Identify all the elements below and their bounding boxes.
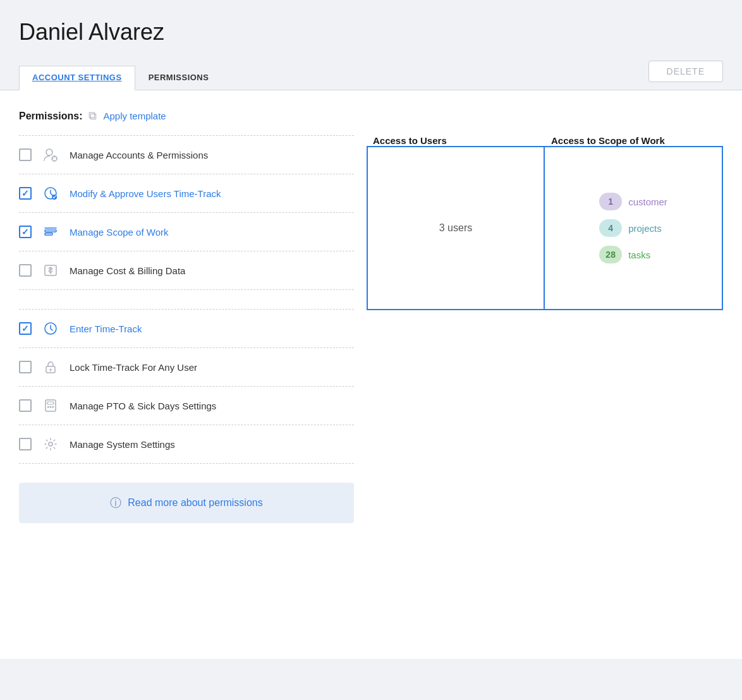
right-column: Access to Users 3 users Access to Scope … (354, 135, 723, 310)
checkbox-manage-system[interactable] (19, 438, 32, 450)
checkbox-manage-pto[interactable] (19, 399, 32, 412)
tab-bar: ACCOUNT SETTINGS PERMISSIONS DELETE (0, 61, 742, 90)
section-gap (19, 290, 354, 309)
checkbox-manage-scope[interactable] (19, 226, 32, 238)
svg-rect-14 (50, 406, 52, 408)
scope-badge-customer: 1 (599, 193, 622, 210)
perm-label-modify-approve: Modify & Approve Users Time-Track (70, 188, 221, 199)
permissions-header-row: Permissions: ⧉ Apply template (19, 109, 723, 123)
svg-point-16 (49, 442, 52, 446)
clock-check-icon (40, 183, 61, 203)
scope-item-customer: 1 customer (599, 193, 667, 210)
svg-point-9 (50, 369, 52, 371)
permission-row: Manage Scope of Work (19, 213, 354, 251)
scope-item-tasks: 28 tasks (599, 246, 667, 263)
checkbox-modify-approve[interactable] (19, 187, 32, 200)
checkbox-lock-timetrack[interactable] (19, 361, 32, 373)
scope-label-tasks: tasks (628, 250, 650, 260)
perm-label-enter-timetrack: Enter Time-Track (70, 323, 142, 334)
header: Daniel Alvarez (0, 0, 742, 45)
access-scope-col: Access to Scope of Work 1 customer 4 pro… (545, 135, 723, 310)
access-users-header: Access to Users (367, 135, 545, 146)
scope-badge-projects: 4 (599, 219, 622, 237)
perm-label-lock-timetrack: Lock Time-Track For Any User (70, 362, 197, 373)
access-scope-box: 1 customer 4 projects 28 tasks (545, 146, 723, 310)
columns-layout: Manage Accounts & Permissions (19, 135, 723, 523)
checkbox-manage-accounts[interactable] (19, 148, 32, 161)
permissions-label-group: Permissions: ⧉ Apply template (19, 109, 166, 123)
main-content: Permissions: ⧉ Apply template (0, 90, 742, 659)
perm-label-manage-scope: Manage Scope of Work (70, 227, 168, 238)
permission-row: Manage Cost & Billing Data (19, 251, 354, 290)
checkbox-manage-cost[interactable] (19, 264, 32, 277)
apply-template-link[interactable]: Apply template (103, 111, 166, 121)
svg-rect-4 (45, 230, 56, 232)
read-more-text: Read more about permissions (128, 497, 262, 509)
svg-point-0 (46, 149, 52, 155)
copy-icon[interactable]: ⧉ (88, 109, 97, 123)
delete-button[interactable]: DELETE (648, 61, 723, 82)
permission-row: Enter Time-Track (19, 309, 354, 348)
permission-group-2: Enter Time-Track (19, 309, 354, 464)
tabs: ACCOUNT SETTINGS PERMISSIONS (19, 65, 222, 90)
lock-icon (40, 357, 61, 377)
permission-row: Lock Time-Track For Any User (19, 348, 354, 387)
perm-label-manage-system: Manage System Settings (70, 439, 175, 450)
permission-row: Manage PTO & Sick Days Settings (19, 387, 354, 425)
dollar-icon (40, 260, 61, 281)
svg-rect-13 (47, 406, 49, 408)
access-users-box: 3 users (367, 146, 545, 310)
calculator-icon (40, 395, 61, 416)
tab-account-settings[interactable]: ACCOUNT SETTINGS (19, 66, 135, 90)
permission-group-1: Manage Accounts & Permissions (19, 135, 354, 290)
read-more-box[interactable]: ⓘ Read more about permissions (19, 483, 354, 523)
scope-items: 1 customer 4 projects 28 tasks (599, 193, 667, 263)
clock-circle-icon (40, 318, 61, 339)
svg-rect-12 (47, 402, 54, 404)
scope-icon (40, 222, 61, 242)
svg-rect-5 (45, 233, 52, 235)
perm-label-manage-accounts: Manage Accounts & Permissions (70, 150, 208, 160)
scope-label-projects: projects (628, 223, 662, 234)
page-container: Daniel Alvarez ACCOUNT SETTINGS PERMISSI… (0, 0, 742, 700)
users-count: 3 users (439, 222, 472, 234)
info-icon: ⓘ (110, 495, 121, 510)
scope-item-projects: 4 projects (599, 219, 667, 237)
page-title: Daniel Alvarez (19, 19, 723, 45)
permission-row: Manage System Settings (19, 425, 354, 464)
checkbox-enter-timetrack[interactable] (19, 322, 32, 335)
gear-icon (40, 434, 61, 454)
access-users-col: Access to Users 3 users (367, 135, 545, 310)
svg-rect-15 (52, 406, 54, 408)
permission-row: Modify & Approve Users Time-Track (19, 174, 354, 213)
perm-label-manage-cost: Manage Cost & Billing Data (70, 265, 185, 276)
left-column: Manage Accounts & Permissions (19, 135, 354, 523)
person-settings-icon (40, 145, 61, 165)
perm-label-manage-pto: Manage PTO & Sick Days Settings (70, 401, 216, 411)
permission-row: Manage Accounts & Permissions (19, 135, 354, 174)
scope-badge-tasks: 28 (599, 246, 622, 263)
tab-permissions[interactable]: PERMISSIONS (135, 66, 222, 90)
access-scope-header: Access to Scope of Work (545, 135, 723, 146)
scope-label-customer: customer (628, 196, 667, 207)
permissions-label: Permissions: (19, 111, 82, 122)
